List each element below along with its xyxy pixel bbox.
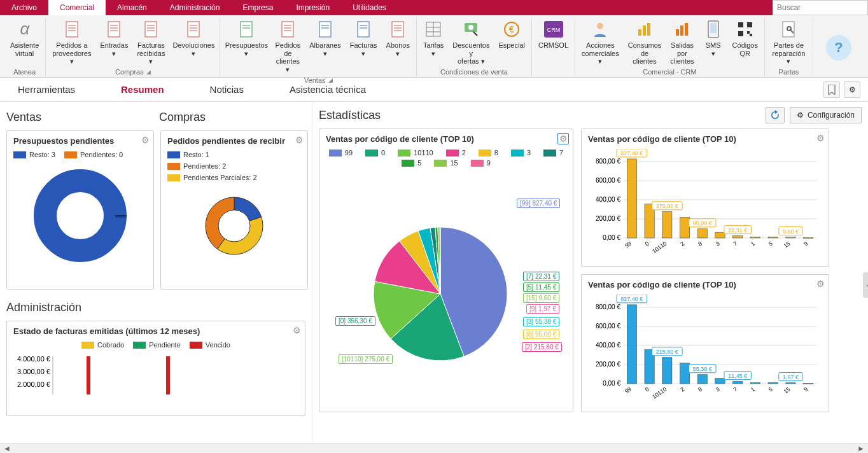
ribbon-item[interactable]: Salidaspor clientes [668,18,696,67]
phone-icon [703,19,724,39]
settings-icon[interactable]: ⚙ [844,81,860,98]
bars-orange-icon [672,19,692,39]
ribbon-item[interactable]: CRMCRMSOL [536,18,571,74]
menu-archivo[interactable]: Archivo [0,0,48,15]
ribbon-group-label [536,74,571,77]
svg-rect-103 [768,237,778,238]
discount-icon [461,19,481,39]
svg-rect-127 [662,358,672,384]
ribbon-item[interactable]: Partes dereparación ▾ [769,18,809,67]
ribbon-item-label: Salidaspor clientes [670,41,694,66]
svg-text:200,00 €: 200,00 € [596,361,620,368]
ribbon-item-label: Descuentos yofertas ▾ [452,41,489,66]
ribbon-item[interactable]: αAsistentevirtual [8,18,41,67]
config-button[interactable]: ⚙ Configuración [790,107,862,123]
bar-chart: 4.000,00 € 3.000,00 € 2.000,00 € [13,349,306,400]
gear-icon[interactable]: ⚙ [557,133,569,144]
ribbon-item[interactable]: Facturasrecibidas ▾ [134,18,167,67]
ribbon-group: Pedidos aproveedores ▾Entradas▾Facturasr… [46,18,220,77]
svg-text:3: 3 [715,386,721,393]
scroll-left-icon[interactable]: ◄ [3,444,11,453]
ribbon-item-label: Asistentevirtual [10,41,39,57]
gear-icon[interactable]: ⚙ [816,279,825,289]
help-icon: ? [826,35,851,60]
section-admin: Administración [6,301,305,314]
legend-label: Cobrado [97,341,124,349]
collapse-handle-icon[interactable]: ◂ [863,272,868,298]
doc-green-icon [236,19,256,39]
card-title: Ventas por código de cliente (TOP 10) [588,134,822,144]
svg-text:10110: 10110 [651,386,668,400]
subtab-noticias[interactable]: Noticias [200,81,254,97]
subtab-asistencia[interactable]: Asistencia técnica [279,81,376,97]
refresh-icon [770,110,780,120]
svg-text:0,00 €: 0,00 € [603,234,620,241]
legend-swatch [190,342,202,349]
svg-rect-1 [66,22,78,37]
ribbon-item[interactable]: SMS▾ [701,18,726,67]
legend-swatch [81,342,94,349]
legend-swatch [167,174,180,181]
legend-swatch [365,150,378,157]
refresh-button[interactable] [766,107,785,123]
ribbon-item[interactable]: Pedidos aproveedores ▾ [50,18,94,67]
bookmark-icon[interactable] [823,81,840,98]
legend-swatch [479,150,491,157]
ribbon-item[interactable]: Albaranes▾ [307,18,344,75]
legend-label: 15 [450,159,458,167]
ribbon-item[interactable]: Entradas▾ [97,18,130,67]
horizontal-scrollbar[interactable]: ◄ ► [0,443,868,453]
svg-rect-13 [188,22,199,37]
gear-icon[interactable]: ⚙ [293,325,301,335]
ribbon-item[interactable]: Presupuestos▾ [224,18,269,75]
menu-almacen[interactable]: Almacén [106,0,158,15]
ribbon-item[interactable]: Facturas▾ [347,18,380,75]
svg-text:400,00 €: 400,00 € [596,196,620,203]
ribbon-item[interactable]: Descuentos yofertas ▾ [450,18,492,67]
svg-text:8: 8 [697,386,703,393]
menu-empresa[interactable]: Empresa [231,0,284,15]
svg-rect-151 [804,384,813,384]
svg-text:200,00 €: 200,00 € [596,215,620,222]
card-pedidos: ⚙ Pedidos pendientes de recibir Resto: 1… [160,130,308,289]
ribbon-item[interactable]: Abonos▾ [384,18,412,75]
legend-swatch [471,160,484,167]
dialog-launcher-icon[interactable]: ◢ [146,69,151,75]
doc-blue-icon [315,19,335,39]
ribbon-item[interactable]: Tarifas▾ [421,18,446,67]
gear-icon[interactable]: ⚙ [816,133,825,143]
ribbon-item[interactable]: Devoluciones▾ [171,18,216,67]
legend-swatch [543,150,556,157]
legend-label: 99 [345,149,353,157]
ribbon-item[interactable]: €Especial [496,18,528,67]
gear-icon[interactable]: ⚙ [295,135,304,145]
ribbon-item[interactable]: Pedidos declientes ▾ [272,18,303,75]
ribbon-item[interactable]: Accionescomerciales ▾ [579,18,622,67]
legend-item: 9 [471,159,491,167]
gear-icon[interactable]: ⚙ [141,135,150,145]
help-button[interactable]: ? [813,18,864,77]
chart-callout: [9] 1,97 € [526,304,559,314]
subtab-herramientas[interactable]: Herramientas [8,81,85,97]
grid-icon [423,19,444,39]
ribbon-item-label: Abonos▾ [386,41,410,57]
legend: CobradoPendienteVencido [13,341,298,349]
scroll-right-icon[interactable]: ► [857,444,865,453]
menu-impresion[interactable]: Impresión [284,0,341,15]
legend-item: 7 [543,149,563,157]
svg-text:800,00 €: 800,00 € [596,303,620,310]
ribbon-item[interactable]: Consumosde clientes [626,18,664,67]
svg-rect-27 [358,22,369,37]
search-input[interactable] [773,0,868,15]
menu-utilidades[interactable]: Utilidades [341,0,398,15]
menu-comercial[interactable]: Comercial [48,0,106,15]
svg-text:9: 9 [802,386,809,393]
svg-rect-50 [685,23,688,36]
svg-text:1: 1 [750,386,756,393]
menu-administracion[interactable]: Administración [158,0,232,15]
subtab-resumen[interactable]: Resumen [111,81,174,97]
svg-text:CRM: CRM [547,27,560,33]
svg-rect-5 [108,22,120,37]
ribbon-item[interactable]: CódigosQR [730,18,760,67]
legend-label: 2 [462,149,466,157]
